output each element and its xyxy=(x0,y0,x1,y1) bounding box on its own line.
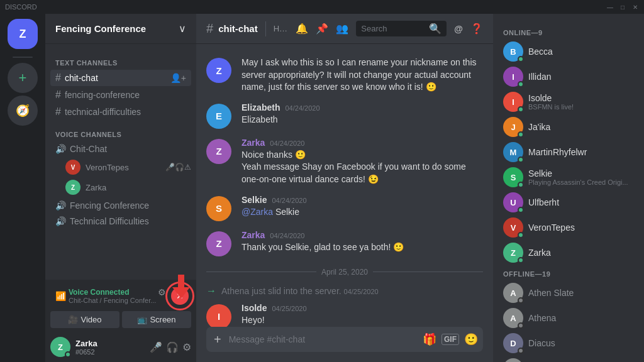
message-input-area: + 🎁 GIF 🙂 xyxy=(196,327,493,362)
mention-icon[interactable]: @ xyxy=(454,24,463,34)
member-name: Selkie xyxy=(528,168,634,178)
emoji-icon[interactable]: 🙂 xyxy=(464,332,478,346)
help-icon[interactable]: ❓ xyxy=(470,23,483,35)
member-item-verontepes[interactable]: V VeronTepes xyxy=(498,215,639,240)
status-indicator xyxy=(518,232,524,238)
notification-icon[interactable]: 🔔 xyxy=(296,23,308,35)
screen-label: Screen xyxy=(150,315,175,324)
screen-share-button[interactable]: 📺 Screen xyxy=(122,311,191,328)
member-item-martinrhyfelwr[interactable]: M MartinRhyfelwr xyxy=(498,140,639,165)
status-indicator xyxy=(518,207,524,213)
add-server-button[interactable]: + xyxy=(8,63,38,93)
message-input[interactable] xyxy=(229,327,418,352)
system-message-text: Athena just slid into the server. 04/25/… xyxy=(221,286,379,296)
search-input[interactable] xyxy=(361,24,426,33)
add-user-icon[interactable]: 👤+ xyxy=(170,73,186,83)
member-item-athen-slate[interactable]: A Athen Slate xyxy=(498,280,639,305)
chat-header: # chit-chat Have a conversation and chat… xyxy=(196,14,493,44)
user-tag: #0652 xyxy=(75,348,145,356)
server-header[interactable]: Fencing Conference ∨ xyxy=(45,14,196,44)
sidebar: Fencing Conference ∨ TEXT CHANNELS # chi… xyxy=(45,14,196,362)
message-group: Z Zarka 04/24/2020 Thank you Selkie, gla… xyxy=(206,228,483,259)
member-item-isolde[interactable]: I Isolde BSFMN is live! xyxy=(498,89,639,114)
icon-divider xyxy=(13,57,33,58)
explore-servers-button[interactable]: 🧭 xyxy=(8,96,38,126)
members-icon[interactable]: 👥 xyxy=(336,23,348,35)
member-item-don-corazon[interactable]: D Don Corazon xyxy=(498,356,639,362)
voice-channel-fencing-conference[interactable]: 🔊 Fencing Conference xyxy=(50,198,191,213)
channel-item-fencing-conference[interactable]: # fencing-conference xyxy=(50,87,191,103)
avatar-zarka-small: Z xyxy=(65,180,80,195)
member-info: Ja'ika xyxy=(528,122,634,132)
deafen-icon[interactable]: 🎧 xyxy=(166,341,179,353)
maximize-button[interactable]: □ xyxy=(619,3,626,11)
message-author: Elizabeth xyxy=(242,102,280,112)
join-arrow-icon: → xyxy=(206,285,216,297)
settings-icon[interactable]: ⚙ xyxy=(182,341,191,353)
speaker-icon: 🔊 xyxy=(55,200,66,211)
voice-channel-technical-difficulties[interactable]: 🔊 Technical Difficulties xyxy=(50,214,191,229)
chat-channel-name: chit-chat xyxy=(218,23,258,34)
channel-name: technical-difficulties xyxy=(65,107,141,117)
chat-area: # chit-chat Have a conversation and chat… xyxy=(196,14,493,362)
message-avatar: I xyxy=(206,304,231,327)
member-item-athena[interactable]: A Athena xyxy=(498,305,639,331)
close-button[interactable]: ✕ xyxy=(631,3,639,11)
message-content: Isolde 04/25/2020 Heyo! xyxy=(242,303,483,327)
status-indicator xyxy=(518,348,524,354)
voice-channel-chit-chat[interactable]: 🔊 Chit-Chat xyxy=(50,141,191,156)
gif-icon[interactable]: GIF xyxy=(441,334,459,345)
member-avatar: A xyxy=(503,308,523,328)
message-header: Selkie 04/24/2020 xyxy=(242,195,483,205)
status-indicator xyxy=(518,106,524,112)
status-indicator xyxy=(518,182,524,188)
member-item-selkie[interactable]: S Selkie Playing Assassin's Creed Origi.… xyxy=(498,165,639,190)
member-avatar: A xyxy=(503,283,523,303)
minimize-button[interactable]: — xyxy=(606,3,614,11)
gift-icon[interactable]: 🎁 xyxy=(423,332,436,346)
add-file-icon[interactable]: + xyxy=(211,327,224,352)
voice-user-zarka[interactable]: Z Zarka xyxy=(45,177,196,197)
status-indicator xyxy=(518,257,524,263)
message-group: Z May I ask who this is so I can rename … xyxy=(206,54,483,96)
disconnect-button[interactable]: ✕ xyxy=(171,287,189,305)
search-bar[interactable]: 🔍 xyxy=(356,21,447,36)
message-content: Selkie 04/24/2020 @Zarka Selkie xyxy=(242,195,483,221)
status-dot xyxy=(65,351,71,358)
member-item-diacus[interactable]: D Diacus xyxy=(498,331,639,356)
voice-user-verontepes[interactable]: V VeronTepes 🎤🎧⚠ xyxy=(45,157,196,177)
message-author: Zarka xyxy=(242,230,265,240)
offline-members-header: OFFLINE—19 xyxy=(498,265,639,280)
channel-name: fencing-conference xyxy=(65,90,140,100)
mute-icon[interactable]: 🎤 xyxy=(150,341,162,353)
pin-icon[interactable]: 📌 xyxy=(316,23,328,35)
system-message: → Athena just slid into the server. 04/2… xyxy=(206,283,483,299)
member-list: ONLINE—9 B Becca I Illidan I Isolde BSFM… xyxy=(493,14,644,362)
member-item-illidan[interactable]: I Illidan xyxy=(498,64,639,89)
voice-username: Zarka xyxy=(86,183,106,192)
member-item-jaika[interactable]: J Ja'ika xyxy=(498,114,639,140)
member-name: Illidan xyxy=(528,72,634,82)
channel-item-chit-chat[interactable]: # chit-chat 👤+ xyxy=(50,70,191,86)
message-header: Elizabeth 04/24/2020 xyxy=(242,102,483,112)
online-members-header: ONLINE—9 xyxy=(498,24,639,39)
member-item-becca[interactable]: B Becca xyxy=(498,39,639,64)
member-info: Diacus xyxy=(528,338,634,348)
member-avatar: V xyxy=(503,217,523,238)
video-icon: 🎥 xyxy=(68,315,78,324)
channel-item-technical-difficulties[interactable]: # technical-difficulties xyxy=(50,104,191,120)
member-name: Becca xyxy=(528,47,634,57)
message-text: Thank you Selkie, glad to see ya both! 🙂 xyxy=(242,241,483,254)
speaker-icon: 🔊 xyxy=(55,216,66,226)
server-icon-main[interactable]: Z xyxy=(8,19,38,49)
member-item-zarka[interactable]: Z Zarka xyxy=(498,240,639,265)
message-avatar: S xyxy=(206,196,231,221)
search-icon: 🔍 xyxy=(429,23,441,35)
chat-header-icons: 🔔 📌 👥 🔍 @ ❓ xyxy=(296,21,483,36)
date-divider: April 25, 2020 xyxy=(206,263,483,282)
member-item-ulfberht[interactable]: U Ulfberht xyxy=(498,190,639,215)
voice-channel-name: Fencing Conference xyxy=(70,200,149,211)
message-timestamp: 04/25/2020 xyxy=(272,305,306,312)
video-button[interactable]: 🎥 Video xyxy=(50,311,119,328)
window-controls[interactable]: — □ ✕ xyxy=(606,3,639,11)
